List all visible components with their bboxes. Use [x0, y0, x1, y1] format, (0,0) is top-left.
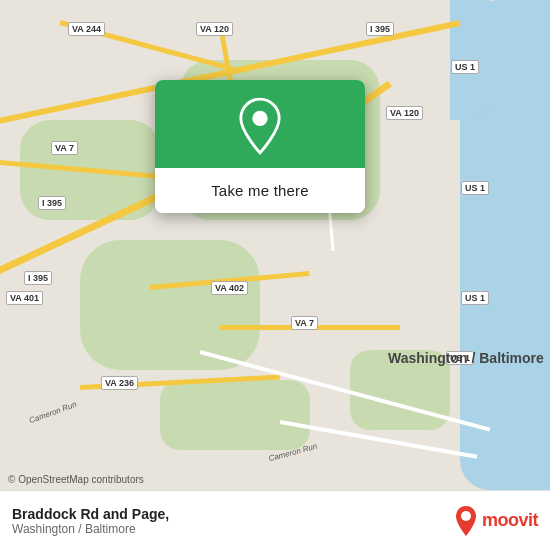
- moovit-logo: moovit: [454, 505, 538, 537]
- road-label-i395-mid: I 395: [38, 196, 66, 210]
- moovit-pin-icon: [454, 505, 478, 537]
- road-label-us1-low: US 1: [461, 291, 489, 305]
- map-container: VA 244 VA 120 I 395 US 1 VA 7 VA 120 I 3…: [0, 0, 550, 490]
- popup-green-area: [155, 80, 365, 168]
- location-pin-icon: [236, 102, 284, 150]
- road-label-us1-mid: US 1: [461, 181, 489, 195]
- road-label-va120-top: VA 120: [196, 22, 233, 36]
- location-info: Braddock Rd and Page, Washington / Balti…: [12, 506, 454, 536]
- city-label-alexandria: Washington / Baltimore: [388, 350, 544, 366]
- moovit-logo-text: moovit: [482, 510, 538, 531]
- road-label-va244: VA 244: [68, 22, 105, 36]
- location-sub: Washington / Baltimore: [12, 522, 454, 536]
- road-label-i395-top: I 395: [366, 22, 394, 36]
- road-label-va120-right: VA 120: [386, 106, 423, 120]
- road-label-va7-left: VA 7: [51, 141, 78, 155]
- green-area-5: [160, 380, 310, 450]
- popup-card: Take me there: [155, 80, 365, 213]
- svg-point-0: [252, 111, 267, 126]
- road-label-us1-top: US 1: [451, 60, 479, 74]
- svg-point-1: [461, 511, 471, 521]
- road-label-va401: VA 401: [6, 291, 43, 305]
- road-label-va402: VA 402: [211, 281, 248, 295]
- location-name: Braddock Rd and Page,: [12, 506, 454, 522]
- green-area-2: [80, 240, 260, 370]
- map-attribution: © OpenStreetMap contributors: [8, 474, 144, 485]
- road-label-i395-low: I 395: [24, 271, 52, 285]
- bottom-bar: Braddock Rd and Page, Washington / Balti…: [0, 490, 550, 550]
- road-label-va7-right: VA 7: [291, 316, 318, 330]
- take-me-there-button[interactable]: Take me there: [155, 168, 365, 213]
- road-label-va236: VA 236: [101, 376, 138, 390]
